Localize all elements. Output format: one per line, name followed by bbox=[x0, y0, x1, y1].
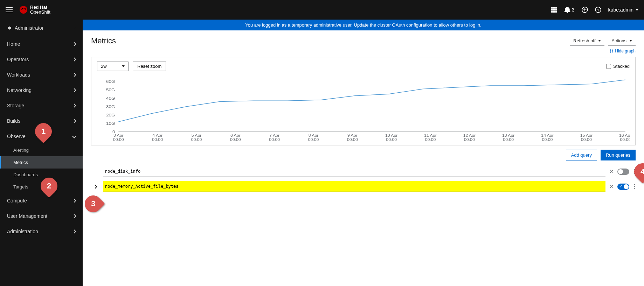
clear-query-button[interactable]: ✕ bbox=[609, 169, 614, 174]
sidebar: Administrator Home Operators Workloads N… bbox=[0, 20, 83, 286]
svg-text:9 Apr: 9 Apr bbox=[347, 134, 358, 137]
svg-rect-0 bbox=[551, 7, 553, 9]
svg-text:00:00: 00:00 bbox=[425, 138, 436, 142]
svg-rect-6 bbox=[551, 11, 553, 13]
sidebar-item-operators[interactable]: Operators bbox=[0, 52, 83, 67]
svg-rect-5 bbox=[555, 9, 557, 11]
brand-line2: OpenShift bbox=[30, 9, 50, 15]
chevron-down-icon bbox=[72, 134, 76, 138]
sidebar-sub-dashboards[interactable]: Dashboards bbox=[0, 169, 83, 181]
svg-text:30G: 30G bbox=[106, 105, 115, 109]
time-range-select[interactable]: 2w bbox=[97, 62, 129, 71]
svg-text:4 Apr: 4 Apr bbox=[152, 134, 162, 137]
chevron-right-icon bbox=[72, 214, 76, 218]
caret-down-icon bbox=[73, 27, 76, 29]
svg-text:00:00: 00:00 bbox=[230, 138, 241, 142]
svg-text:00:00: 00:00 bbox=[620, 138, 630, 142]
svg-rect-7 bbox=[553, 11, 555, 13]
sidebar-sub-alerting[interactable]: Alerting bbox=[0, 144, 83, 156]
sidebar-item-user-management[interactable]: User Management bbox=[0, 208, 83, 224]
compress-icon bbox=[609, 49, 614, 53]
svg-text:00:00: 00:00 bbox=[191, 138, 202, 142]
chevron-right-icon bbox=[72, 229, 76, 233]
svg-text:00:00: 00:00 bbox=[503, 138, 514, 142]
svg-text:00:00: 00:00 bbox=[464, 138, 475, 142]
svg-text:16 Apr: 16 Apr bbox=[619, 134, 630, 137]
chevron-right-icon bbox=[72, 119, 76, 123]
svg-text:60G: 60G bbox=[106, 79, 115, 84]
svg-text:00:00: 00:00 bbox=[386, 138, 397, 142]
svg-text:50G: 50G bbox=[106, 88, 115, 92]
sidebar-item-storage[interactable]: Storage bbox=[0, 98, 83, 113]
svg-rect-8 bbox=[555, 11, 557, 13]
login-banner: You are logged in as a temporary adminis… bbox=[83, 20, 644, 30]
chevron-right-icon bbox=[72, 57, 76, 61]
main-content: You are logged in as a temporary adminis… bbox=[83, 20, 644, 286]
sidebar-item-home[interactable]: Home bbox=[0, 36, 83, 52]
svg-text:10 Apr: 10 Apr bbox=[385, 134, 398, 137]
svg-text:6 Apr: 6 Apr bbox=[230, 134, 241, 137]
svg-rect-4 bbox=[553, 9, 555, 11]
apps-icon[interactable] bbox=[551, 7, 557, 13]
stacked-checkbox-input[interactable] bbox=[606, 64, 611, 69]
stacked-checkbox[interactable]: Stacked bbox=[606, 64, 630, 69]
svg-text:13 Apr: 13 Apr bbox=[502, 134, 515, 137]
caret-down-icon bbox=[629, 40, 632, 42]
user-name: kube:admin bbox=[608, 7, 633, 13]
svg-text:3 Apr: 3 Apr bbox=[113, 134, 124, 137]
query-enable-toggle[interactable] bbox=[617, 169, 629, 175]
svg-text:00:00: 00:00 bbox=[347, 138, 358, 142]
metrics-line-chart[interactable]: 010G20G30G40G50G60G3 Apr00:004 Apr00:005… bbox=[97, 74, 630, 144]
query-row: ✕ bbox=[83, 164, 644, 179]
svg-text:40G: 40G bbox=[106, 96, 115, 101]
clear-query-button[interactable]: ✕ bbox=[609, 184, 614, 189]
notification-count: 3 bbox=[572, 7, 575, 13]
chevron-right-icon bbox=[72, 73, 76, 77]
svg-text:15 Apr: 15 Apr bbox=[580, 134, 593, 137]
svg-text:?: ? bbox=[597, 8, 599, 12]
svg-text:00:00: 00:00 bbox=[308, 138, 319, 142]
add-query-button[interactable]: Add query bbox=[566, 150, 597, 160]
expand-query-icon[interactable] bbox=[93, 185, 97, 188]
sidebar-item-networking[interactable]: Networking bbox=[0, 83, 83, 98]
sidebar-item-workloads[interactable]: Workloads bbox=[0, 67, 83, 83]
query-enable-toggle[interactable]: ✓ bbox=[617, 184, 629, 190]
actions-dropdown[interactable]: Actions bbox=[608, 36, 636, 46]
query-kebab-menu[interactable] bbox=[633, 183, 636, 191]
chevron-right-icon bbox=[72, 88, 76, 92]
run-queries-button[interactable]: Run queries bbox=[601, 150, 636, 160]
sidebar-sub-metrics[interactable]: Metrics bbox=[0, 156, 83, 169]
caret-down-icon bbox=[122, 65, 125, 67]
oauth-config-link[interactable]: cluster OAuth configuration bbox=[378, 22, 432, 28]
query-row: ✕ ✓ bbox=[83, 179, 644, 194]
query-input[interactable] bbox=[103, 181, 605, 192]
brand-line1: Red Hat bbox=[30, 5, 47, 10]
page-title: Metrics bbox=[91, 36, 116, 45]
chevron-right-icon bbox=[72, 199, 76, 202]
svg-text:10G: 10G bbox=[106, 121, 115, 126]
svg-rect-1 bbox=[553, 7, 555, 9]
query-input[interactable] bbox=[103, 166, 605, 177]
user-menu[interactable]: kube:admin bbox=[608, 7, 638, 13]
brand-logo[interactable]: Red Hat OpenShift bbox=[20, 5, 50, 15]
reset-zoom-button[interactable]: Reset zoom bbox=[133, 62, 166, 71]
caret-down-icon bbox=[598, 40, 601, 42]
menu-toggle-button[interactable] bbox=[6, 6, 14, 14]
sidebar-item-compute[interactable]: Compute bbox=[0, 193, 83, 208]
bell-icon bbox=[564, 7, 570, 13]
svg-text:00:00: 00:00 bbox=[542, 138, 553, 142]
svg-text:11 Apr: 11 Apr bbox=[424, 134, 437, 137]
perspective-switcher[interactable]: Administrator bbox=[0, 20, 83, 36]
svg-rect-3 bbox=[551, 9, 553, 11]
sidebar-item-administration[interactable]: Administration bbox=[0, 224, 83, 239]
svg-text:8 Apr: 8 Apr bbox=[309, 134, 319, 137]
plus-icon[interactable] bbox=[582, 7, 588, 13]
hide-graph-toggle[interactable]: Hide graph bbox=[609, 49, 636, 53]
notifications-button[interactable]: 3 bbox=[564, 7, 575, 13]
chevron-right-icon bbox=[72, 42, 76, 46]
help-icon[interactable]: ? bbox=[595, 7, 601, 13]
topbar: Red Hat OpenShift 3 ? kube:admin bbox=[0, 0, 644, 20]
svg-text:14 Apr: 14 Apr bbox=[541, 134, 554, 137]
refresh-dropdown[interactable]: Refresh off bbox=[570, 36, 604, 46]
perspective-label: Administrator bbox=[15, 25, 43, 31]
